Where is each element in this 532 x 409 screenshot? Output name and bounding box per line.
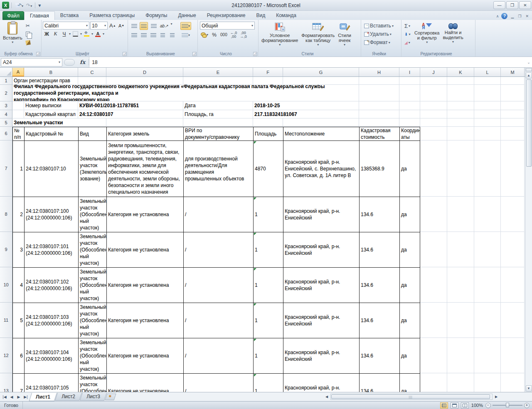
- cell-F7[interactable]: 4870: [253, 140, 283, 197]
- cut-button[interactable]: ✂: [25, 22, 33, 30]
- split-handle[interactable]: [526, 68, 532, 71]
- cell-D6[interactable]: Категория земель: [106, 127, 183, 140]
- cell-H12[interactable]: 134.6: [359, 338, 399, 373]
- cell-C1[interactable]: [78, 77, 106, 85]
- cell-K8[interactable]: [447, 197, 474, 232]
- cell-L2[interactable]: [474, 85, 501, 101]
- cell-M10[interactable]: [501, 267, 525, 303]
- cell-H3[interactable]: [359, 101, 399, 110]
- next-sheet-icon[interactable]: ▶: [15, 394, 22, 400]
- cell-H8[interactable]: 134.6: [359, 197, 399, 232]
- increase-decimal-button[interactable]: ←,0 ,00: [229, 31, 238, 39]
- cell-I9[interactable]: да: [399, 232, 420, 267]
- cell-I8[interactable]: да: [399, 197, 420, 232]
- cell-I3[interactable]: [399, 101, 420, 110]
- cell-F1[interactable]: [253, 77, 283, 85]
- doc-close-button[interactable]: ✕: [525, 14, 530, 18]
- row-header-2[interactable]: 2: [0, 85, 12, 101]
- cell-M4[interactable]: [501, 110, 525, 118]
- align-right-button[interactable]: [149, 31, 157, 39]
- cell-E7[interactable]: для производственной деятельности/Для ра…: [183, 140, 253, 197]
- decrease-indent-button[interactable]: [159, 31, 167, 39]
- cell-B7[interactable]: 24:12:0380107:10: [24, 140, 78, 197]
- horizontal-scrollbar[interactable]: ◀ ||| ▶: [323, 394, 532, 400]
- prev-sheet-icon[interactable]: ◀: [8, 394, 15, 400]
- restore-button[interactable]: ❐: [506, 1, 518, 9]
- cell-M7[interactable]: [501, 140, 525, 197]
- cell-A10[interactable]: 4: [12, 267, 24, 303]
- collapse-ribbon-icon[interactable]: ∧: [496, 14, 499, 18]
- cell-C12[interactable]: Земельный участок (Обособлен ный участок…: [78, 338, 106, 373]
- cell-F8[interactable]: 1: [253, 197, 283, 232]
- cell-J1[interactable]: [420, 77, 447, 85]
- cell-M13[interactable]: [501, 373, 525, 392]
- cell-G10[interactable]: Красноярский край, р-н. Енисейский: [283, 267, 359, 303]
- cell-A12[interactable]: 6: [12, 338, 24, 373]
- cell-D13[interactable]: Категория не установлена: [106, 373, 183, 392]
- accounting-format-button[interactable]: ▾: [200, 31, 209, 39]
- cell-L9[interactable]: [474, 232, 501, 267]
- cell-M6[interactable]: [501, 127, 525, 140]
- format-as-table-button[interactable]: Форматировать как таблицу▾: [300, 21, 336, 47]
- row-header-5[interactable]: 5: [0, 118, 12, 127]
- cell-I1[interactable]: [399, 77, 420, 85]
- cell-I2[interactable]: [399, 85, 420, 101]
- grow-font-button[interactable]: A▲: [108, 22, 117, 30]
- tab-formulas[interactable]: Формулы: [140, 11, 172, 20]
- number-format-combo[interactable]: Общий▾: [200, 22, 255, 30]
- cell-F9[interactable]: 1: [253, 232, 283, 267]
- clear-button[interactable]: ◢▾: [404, 39, 412, 46]
- column-header-B[interactable]: B: [24, 68, 78, 76]
- wrap-text-button[interactable]: ▾: [180, 22, 191, 30]
- cell-L7[interactable]: [474, 140, 501, 197]
- cell-G12[interactable]: Красноярский край, р-н. Енисейский: [283, 338, 359, 373]
- cell-D8[interactable]: Категория не установлена: [106, 197, 183, 232]
- view-normal-button[interactable]: [440, 402, 448, 409]
- cell-G11[interactable]: Красноярский край, р-н. Енисейский: [283, 303, 359, 338]
- borders-button[interactable]: [71, 30, 79, 38]
- cell-I13[interactable]: да: [399, 373, 420, 392]
- italic-button[interactable]: К: [52, 30, 59, 38]
- increase-indent-button[interactable]: [168, 31, 176, 39]
- cell-E1[interactable]: [183, 77, 253, 85]
- cell-E6[interactable]: ВРИ по документу/справочнику: [183, 127, 253, 140]
- tab-file[interactable]: Файл: [2, 11, 24, 20]
- cell-A13[interactable]: 7: [12, 373, 24, 392]
- cell-J6[interactable]: [420, 127, 447, 140]
- align-left-button[interactable]: [130, 31, 138, 39]
- font-color-button[interactable]: А: [94, 30, 102, 38]
- cell-G6[interactable]: Местоположение: [283, 127, 359, 140]
- cell-C10[interactable]: Земельный участок (Обособлен ный участок…: [78, 267, 106, 303]
- cell-J9[interactable]: [420, 232, 447, 267]
- cell-A11[interactable]: 5: [12, 303, 24, 338]
- cell-H10[interactable]: 134.6: [359, 267, 399, 303]
- cell-I7[interactable]: да: [399, 140, 420, 197]
- cell-B3[interactable]: Номер выписки: [24, 101, 78, 110]
- zoom-thumb[interactable]: [506, 403, 509, 407]
- row-header-1[interactable]: 1: [0, 77, 12, 85]
- column-header-F[interactable]: F: [253, 68, 283, 76]
- cell-H5[interactable]: [359, 118, 399, 127]
- tab-page-layout[interactable]: Разметка страницы: [84, 11, 140, 20]
- cell-H11[interactable]: 134.6: [359, 303, 399, 338]
- cell-D9[interactable]: Категория не установлена: [106, 232, 183, 267]
- cell-B10[interactable]: 24:12:0380107:102 (24:12:0000000:106): [24, 267, 78, 303]
- row-header-4[interactable]: 4: [0, 110, 12, 118]
- dialog-launcher-icon[interactable]: ◿: [253, 52, 257, 56]
- cell-A1[interactable]: Орган регистрации прав: [12, 77, 78, 85]
- first-sheet-icon[interactable]: |◀: [1, 394, 8, 400]
- row-header-10[interactable]: 10: [0, 267, 12, 303]
- cell-F11[interactable]: 1: [253, 303, 283, 338]
- paste-button[interactable]: Вставить▾: [1, 21, 24, 47]
- dialog-launcher-icon[interactable]: ◿: [123, 52, 127, 56]
- cell-A2[interactable]: Филиал Федерального государственного бюд…: [12, 85, 359, 101]
- cell-G5[interactable]: [283, 118, 359, 127]
- cell-I6[interactable]: Координ аты: [399, 127, 420, 140]
- cell-F13[interactable]: 1: [253, 373, 283, 392]
- dialog-launcher-icon[interactable]: ◿: [36, 52, 40, 56]
- cell-M9[interactable]: [501, 232, 525, 267]
- cell-H2[interactable]: [359, 85, 399, 101]
- cell-K7[interactable]: [447, 140, 474, 197]
- cell-D1[interactable]: [106, 77, 183, 85]
- column-header-A[interactable]: A: [12, 68, 24, 76]
